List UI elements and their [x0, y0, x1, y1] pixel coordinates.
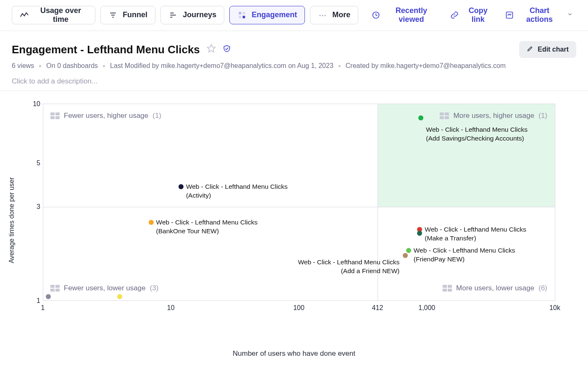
copy-link-button[interactable]: Copy link — [447, 6, 497, 24]
chevron-down-icon — [567, 10, 573, 19]
more-icon: ⋯ — [318, 10, 327, 20]
tab-label: More — [332, 10, 350, 19]
pencil-icon — [527, 45, 533, 54]
dashboards-count: On 0 dashboards — [46, 62, 98, 70]
engagement-icon — [237, 10, 247, 20]
shield-icon[interactable] — [223, 44, 231, 55]
tab-funnel[interactable]: Funnel — [100, 6, 155, 24]
data-point[interactable] — [149, 220, 154, 225]
copy-link-label: Copy link — [463, 6, 494, 24]
y-tick: 5 — [28, 159, 40, 167]
data-point-label: Web - Click - Lefthand Menu Clicks(Activ… — [186, 182, 288, 200]
views-count: 6 views — [12, 62, 34, 70]
quadrant-label: Fewer users, higher usage(1) — [50, 112, 161, 120]
link-icon — [450, 11, 459, 19]
x-tick: 412 — [372, 304, 383, 312]
data-point[interactable] — [403, 253, 408, 258]
x-tick: 1,000 — [418, 304, 435, 312]
quadrant-icon — [50, 285, 60, 292]
scatter-plot[interactable]: 135101101004121,00010kFewer users, highe… — [43, 104, 555, 301]
data-point-label: Web - Click - Lefthand Menu Clicks(Add S… — [426, 125, 528, 143]
quadrant-icon — [50, 112, 60, 119]
description-placeholder[interactable]: Click to add a description... — [12, 77, 576, 86]
quadrant-label: More users, lower usage(6) — [443, 284, 547, 292]
svg-marker-12 — [207, 44, 215, 52]
tab-label: Engagement — [252, 10, 297, 19]
meta-row: 6 views On 0 dashboards Last Modified by… — [12, 62, 576, 70]
tab-usage-over-time[interactable]: Usage over time — [12, 6, 95, 24]
star-icon[interactable] — [207, 44, 216, 55]
tab-journeys[interactable]: Journeys — [160, 6, 224, 24]
page-title: Engagement - Lefthand Menu Clicks — [12, 43, 200, 56]
data-point[interactable] — [418, 115, 423, 120]
data-point[interactable] — [46, 294, 51, 299]
x-axis-label: Number of users who have done event — [233, 349, 355, 358]
quadrant-text: More users, higher usage — [453, 112, 534, 120]
quadrant-count: (3) — [150, 284, 159, 292]
svg-rect-6 — [239, 12, 242, 14]
quadrant-label: Fewer users, lower usage(3) — [50, 284, 158, 292]
quadrant-text: Fewer users, higher usage — [64, 112, 148, 120]
chart-actions-label: Chart actions — [518, 6, 561, 24]
x-tick: 10k — [549, 304, 560, 312]
y-tick: 10 — [28, 100, 40, 108]
svg-rect-8 — [239, 16, 242, 18]
journeys-icon — [168, 10, 178, 20]
recently-viewed-button[interactable]: Recently viewed — [368, 6, 441, 24]
svg-rect-11 — [506, 12, 512, 18]
tab-label: Journeys — [183, 10, 216, 19]
chart-header: Engagement - Lefthand Menu Clicks Edit c… — [0, 31, 588, 91]
quadrant-count: (6) — [538, 284, 547, 292]
funnel-icon — [108, 10, 118, 20]
chart-area: Average times done per user 135101101004… — [0, 91, 588, 349]
h-split-line — [43, 207, 555, 207]
y-tick: 1 — [28, 297, 40, 305]
x-tick: 10 — [167, 304, 175, 312]
data-point-label: Web - Click - Lefthand Menu Clicks(Add a… — [298, 258, 399, 276]
quadrant-text: Fewer users, lower usage — [64, 284, 146, 292]
tab-label: Funnel — [123, 10, 147, 19]
data-point[interactable] — [117, 294, 122, 299]
edit-chart-button[interactable]: Edit chart — [519, 41, 576, 58]
y-tick: 3 — [28, 203, 40, 211]
data-point-label: Web - Click - Lefthand Menu Clicks(BankO… — [156, 218, 258, 236]
edit-chart-label: Edit chart — [538, 46, 569, 53]
quadrant-label: More users, higher usage(1) — [440, 112, 547, 120]
toolbar: Usage over time Funnel Journeys Engageme… — [0, 0, 588, 31]
data-point[interactable] — [417, 231, 422, 236]
data-point-label: Web - Click - Lefthand Menu Clicks(Frien… — [414, 246, 515, 264]
x-tick: 1 — [41, 304, 45, 312]
quadrant-count: (1) — [152, 112, 161, 120]
tab-label: Usage over time — [34, 6, 87, 24]
x-tick: 100 — [293, 304, 304, 312]
chart-actions-button[interactable]: Chart actions — [502, 6, 576, 24]
tab-more[interactable]: ⋯ More — [310, 6, 358, 24]
last-modified: Last Modified by mike.hagerty+demo7@heap… — [110, 62, 333, 70]
quadrant-icon — [443, 285, 452, 292]
data-point[interactable] — [178, 184, 184, 189]
tab-engagement[interactable]: Engagement — [229, 6, 305, 24]
quadrant-icon — [440, 112, 449, 119]
clock-icon — [372, 11, 380, 19]
svg-rect-7 — [243, 12, 245, 14]
svg-rect-9 — [243, 16, 245, 18]
quadrant-text: More users, lower usage — [456, 284, 534, 292]
recently-viewed-label: Recently viewed — [384, 6, 438, 24]
separator-dot — [339, 65, 341, 67]
line-chart-icon — [20, 10, 29, 20]
chart-actions-icon — [505, 11, 514, 19]
data-point-label: Web - Click - Lefthand Menu Clicks(Make … — [425, 225, 526, 243]
data-point[interactable] — [406, 248, 411, 253]
separator-dot — [39, 65, 41, 67]
quadrant-count: (1) — [538, 112, 547, 120]
y-axis-label: Average times done per user — [8, 177, 16, 263]
separator-dot — [103, 65, 105, 67]
created-by: Created by mike.hagerty+demo7@heapanalyt… — [346, 62, 506, 70]
